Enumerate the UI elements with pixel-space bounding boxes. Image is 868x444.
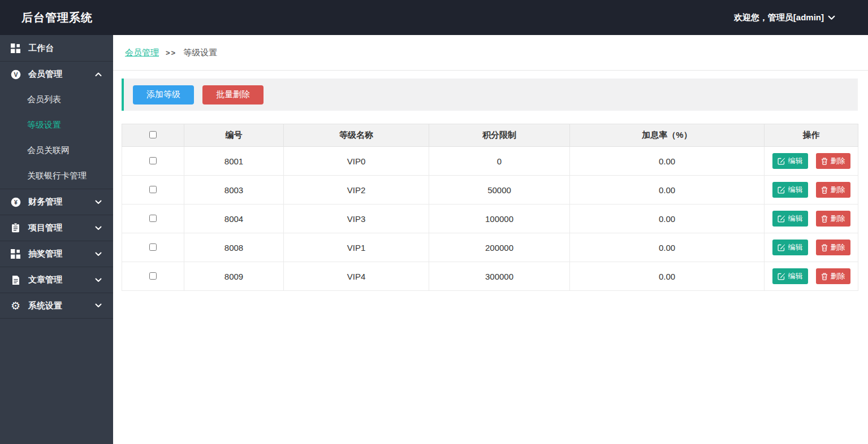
cell-interest-rate: 0.00 bbox=[570, 233, 765, 262]
header-interest-rate: 加息率（%） bbox=[570, 124, 765, 147]
sidebar-item-finance[interactable]: ¥ 财务管理 bbox=[0, 189, 113, 215]
chevron-down-icon bbox=[95, 200, 102, 204]
svg-text:V: V bbox=[14, 71, 18, 78]
delete-button[interactable]: 删除 bbox=[816, 268, 850, 284]
table-row: 8008 VIP1 200000 0.00 编辑 bbox=[122, 233, 858, 262]
cell-id: 8004 bbox=[184, 204, 284, 233]
sidebar-item-label: 系统设置 bbox=[28, 301, 62, 311]
table-row: 8004 VIP3 100000 0.00 编辑 bbox=[122, 204, 858, 233]
app-title: 后台管理系统 bbox=[21, 10, 93, 25]
trash-icon bbox=[821, 186, 828, 194]
breadcrumb: 会员管理 >> 等级设置 bbox=[113, 35, 868, 71]
edit-button[interactable]: 编辑 bbox=[772, 268, 808, 284]
cell-points-limit: 100000 bbox=[429, 204, 570, 233]
sidebar-item-members[interactable]: V 会员管理 bbox=[0, 61, 113, 87]
row-checkbox[interactable] bbox=[149, 157, 157, 164]
chevron-down-icon bbox=[95, 278, 102, 282]
sidebar-subitem-member-network[interactable]: 会员关联网 bbox=[0, 138, 113, 163]
delete-button[interactable]: 删除 bbox=[816, 182, 850, 198]
header-level-name: 等级名称 bbox=[284, 124, 429, 147]
delete-button[interactable]: 删除 bbox=[816, 240, 850, 255]
sidebar-item-label: 抽奖管理 bbox=[28, 249, 62, 259]
trash-icon bbox=[821, 244, 828, 251]
cell-level-name: VIP4 bbox=[284, 262, 429, 291]
levels-table: 编号 等级名称 积分限制 加息率（%） 操作 8001 VIP bbox=[122, 124, 858, 291]
trash-icon bbox=[821, 215, 828, 223]
cell-level-name: VIP3 bbox=[284, 204, 429, 233]
chevron-up-icon bbox=[95, 72, 102, 77]
sidebar-item-lottery[interactable]: 抽奖管理 bbox=[0, 241, 113, 267]
cell-points-limit: 50000 bbox=[429, 176, 570, 204]
breadcrumb-separator: >> bbox=[166, 49, 176, 57]
trash-icon bbox=[821, 158, 828, 165]
edit-icon bbox=[778, 186, 785, 194]
batch-delete-button[interactable]: 批量删除 bbox=[202, 85, 264, 105]
add-level-button[interactable]: 添加等级 bbox=[133, 85, 194, 105]
grid-icon bbox=[10, 249, 21, 259]
sidebar-item-articles[interactable]: 文章管理 bbox=[0, 267, 113, 293]
cell-id: 8008 bbox=[184, 233, 284, 262]
gear-icon: ⚙ bbox=[10, 301, 21, 311]
header-checkbox-cell bbox=[122, 124, 184, 147]
cell-interest-rate: 0.00 bbox=[570, 204, 765, 233]
sidebar-subitem-member-list[interactable]: 会员列表 bbox=[0, 87, 113, 112]
delete-button[interactable]: 删除 bbox=[816, 211, 850, 227]
delete-button[interactable]: 删除 bbox=[816, 153, 850, 169]
edit-icon bbox=[778, 272, 785, 280]
cell-interest-rate: 0.00 bbox=[570, 147, 765, 176]
grid-icon bbox=[10, 43, 21, 54]
row-checkbox[interactable] bbox=[149, 215, 157, 222]
chevron-down-icon bbox=[95, 226, 102, 230]
finance-circle-icon: ¥ bbox=[10, 197, 21, 207]
chevron-down-icon bbox=[828, 15, 835, 20]
header-actions: 操作 bbox=[765, 124, 858, 147]
sidebar-subitem-bank-cards[interactable]: 关联银行卡管理 bbox=[0, 163, 113, 189]
cell-level-name: VIP0 bbox=[284, 147, 429, 176]
sidebar-item-projects[interactable]: 项目管理 bbox=[0, 215, 113, 241]
chevron-down-icon bbox=[95, 252, 102, 256]
admin-app: 后台管理系统 欢迎您，管理员[admin] 工作台 bbox=[0, 0, 868, 444]
cell-id: 8009 bbox=[184, 262, 284, 291]
main-layout: 工作台 V 会员管理 会员列表 等级设置 bbox=[0, 35, 868, 444]
sidebar: 工作台 V 会员管理 会员列表 等级设置 bbox=[0, 35, 113, 444]
table-header-row: 编号 等级名称 积分限制 加息率（%） 操作 bbox=[122, 124, 858, 147]
sidebar-item-label: 财务管理 bbox=[28, 197, 62, 207]
edit-button[interactable]: 编辑 bbox=[772, 182, 808, 198]
edit-icon bbox=[778, 243, 785, 251]
user-greeting: 欢迎您，管理员[admin] bbox=[734, 12, 824, 23]
user-menu[interactable]: 欢迎您，管理员[admin] bbox=[734, 12, 835, 23]
toolbar: 添加等级 批量删除 bbox=[122, 79, 858, 111]
edit-button[interactable]: 编辑 bbox=[772, 240, 808, 255]
member-circle-icon: V bbox=[10, 69, 21, 80]
row-checkbox[interactable] bbox=[149, 272, 157, 280]
content-area: 添加等级 批量删除 编号 等级名称 bbox=[113, 71, 868, 291]
trash-icon bbox=[821, 273, 828, 280]
main-panel: 会员管理 >> 等级设置 添加等级 批量删除 bbox=[113, 35, 868, 444]
sidebar-item-label: 项目管理 bbox=[28, 223, 62, 233]
select-all-checkbox[interactable] bbox=[149, 131, 157, 138]
members-submenu: 会员列表 等级设置 会员关联网 关联银行卡管理 bbox=[0, 87, 113, 189]
cell-level-name: VIP2 bbox=[284, 176, 429, 204]
sidebar-subitem-level-settings[interactable]: 等级设置 bbox=[0, 112, 113, 138]
chevron-down-icon bbox=[95, 303, 102, 308]
cell-points-limit: 300000 bbox=[429, 262, 570, 291]
breadcrumb-parent-link[interactable]: 会员管理 bbox=[125, 47, 159, 58]
sidebar-item-workbench[interactable]: 工作台 bbox=[0, 35, 113, 61]
edit-button[interactable]: 编辑 bbox=[772, 211, 808, 227]
top-header: 后台管理系统 欢迎您，管理员[admin] bbox=[0, 0, 868, 35]
header-id: 编号 bbox=[184, 124, 284, 147]
cell-level-name: VIP1 bbox=[284, 233, 429, 262]
table-row: 8009 VIP4 300000 0.00 编辑 bbox=[122, 262, 858, 291]
clipboard-icon bbox=[10, 223, 21, 233]
sidebar-nav: 工作台 V 会员管理 会员列表 等级设置 bbox=[0, 35, 113, 319]
breadcrumb-current: 等级设置 bbox=[183, 47, 217, 58]
edit-icon bbox=[778, 157, 785, 165]
sidebar-item-label: 工作台 bbox=[28, 43, 54, 54]
cell-points-limit: 200000 bbox=[429, 233, 570, 262]
row-checkbox[interactable] bbox=[149, 243, 157, 251]
sidebar-item-settings[interactable]: ⚙ 系统设置 bbox=[0, 293, 113, 319]
edit-button[interactable]: 编辑 bbox=[772, 153, 808, 169]
row-checkbox[interactable] bbox=[149, 186, 157, 193]
cell-id: 8003 bbox=[184, 176, 284, 204]
sidebar-item-label: 会员管理 bbox=[28, 69, 62, 80]
